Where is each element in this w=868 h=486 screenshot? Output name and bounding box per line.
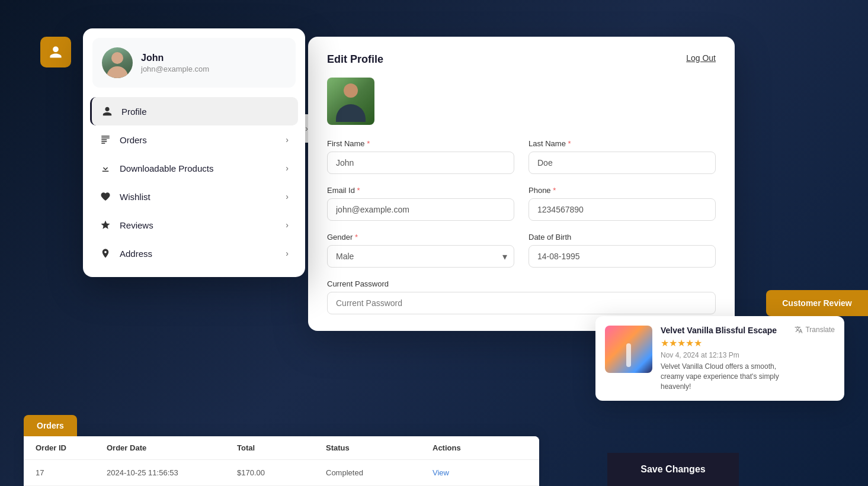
col-actions: Actions <box>433 443 527 452</box>
current-password-input[interactable] <box>327 292 716 314</box>
menu-item-left: Profile <box>101 105 147 117</box>
wishlist-label: Wishlist <box>120 192 150 202</box>
phone-label: Phone * <box>529 186 716 195</box>
avatar <box>102 47 133 78</box>
last-name-group: Last Name * <box>529 139 716 174</box>
location-icon <box>100 247 111 259</box>
user-name: John <box>141 53 209 63</box>
downloadable-products-label: Downloadable Products <box>120 163 213 173</box>
email-group: Email Id * <box>327 186 514 221</box>
translate-icon <box>795 326 803 334</box>
address-label: Address <box>120 249 152 259</box>
email-input[interactable] <box>327 198 514 221</box>
dropdown-menu: John john@example.com Profile Orders › <box>83 28 305 277</box>
review-content: Velvet Vanilla Blissful Escape ★★★★★ Nov… <box>661 326 786 391</box>
user-icon <box>49 45 63 59</box>
translate-label: Translate <box>805 326 835 334</box>
sidebar-item-profile[interactable]: Profile <box>90 97 298 125</box>
save-changes-button[interactable]: Save Changes <box>607 453 739 486</box>
download-icon <box>100 162 111 174</box>
edit-profile-title: Edit Profile <box>327 53 383 66</box>
sidebar-item-wishlist[interactable]: Wishlist › <box>90 182 298 211</box>
orders-label: Orders <box>120 135 147 145</box>
profile-label: Profile <box>121 107 147 117</box>
sidebar-item-reviews[interactable]: Reviews › <box>90 211 298 239</box>
orders-table: Order ID Order Date Total Status Actions… <box>24 436 539 486</box>
cell-status: Completed <box>326 468 433 477</box>
chevron-right-icon: › <box>286 249 289 258</box>
cell-total: $170.00 <box>237 468 326 477</box>
menu-items: Profile Orders › Downloadable Products › <box>83 97 305 268</box>
chevron-right-icon: › <box>286 163 289 173</box>
review-text: Velvet Vanilla Cloud offers a smooth, cr… <box>661 362 786 391</box>
name-row: First Name * Last Name * <box>327 139 716 174</box>
user-card: John john@example.com <box>92 38 296 88</box>
gender-select[interactable]: Male Female Other <box>327 245 514 268</box>
heart-icon <box>100 191 111 202</box>
phone-group: Phone * <box>529 186 716 221</box>
email-label: Email Id * <box>327 186 514 195</box>
orders-icon <box>100 134 111 146</box>
gender-select-wrapper: Male Female Other ▾ <box>327 245 514 268</box>
menu-item-left: Reviews <box>100 219 153 231</box>
user-info: John john@example.com <box>141 53 209 73</box>
dob-group: Date of Birth <box>529 233 716 268</box>
col-order-date: Order Date <box>107 443 237 452</box>
star-icon <box>100 219 111 231</box>
profile-card: Edit Profile Log Out First Name * Last N… <box>308 37 735 331</box>
password-section: Current Password <box>327 279 716 314</box>
last-name-input[interactable] <box>529 152 716 174</box>
col-total: Total <box>237 443 326 452</box>
first-name-input[interactable] <box>327 152 514 174</box>
gender-group: Gender * Male Female Other ▾ <box>327 233 514 268</box>
current-password-label: Current Password <box>327 279 716 288</box>
col-order-id: Order ID <box>36 443 107 452</box>
profile-photo[interactable] <box>327 78 374 125</box>
dob-label: Date of Birth <box>529 233 716 242</box>
chevron-right-icon: › <box>286 135 289 144</box>
profile-card-header: Edit Profile Log Out <box>327 53 716 66</box>
sidebar-item-address[interactable]: Address › <box>90 239 298 268</box>
review-card: Velvet Vanilla Blissful Escape ★★★★★ Nov… <box>595 316 844 401</box>
gender-label: Gender * <box>327 233 514 242</box>
cell-order-id: 17 <box>36 468 107 477</box>
logout-link[interactable]: Log Out <box>686 53 716 63</box>
first-name-group: First Name * <box>327 139 514 174</box>
dob-input[interactable] <box>529 245 716 268</box>
customer-review-button[interactable]: Customer Review <box>766 290 868 316</box>
chevron-right-icon: › <box>286 192 289 201</box>
review-product-name: Velvet Vanilla Blissful Escape <box>661 326 786 335</box>
table-row: 17 2024-10-25 11:56:53 $170.00 Completed… <box>24 460 539 486</box>
gender-dob-row: Gender * Male Female Other ▾ Date of Bir… <box>327 233 716 268</box>
last-name-label: Last Name * <box>529 139 716 148</box>
view-order-link[interactable]: View <box>433 468 527 477</box>
cell-order-date: 2024-10-25 11:56:53 <box>107 468 237 477</box>
chevron-right-icon: › <box>286 220 289 230</box>
person-icon <box>101 105 113 117</box>
translate-button[interactable]: Translate <box>795 326 835 334</box>
review-date: Nov 4, 2024 at 12:13 Pm <box>661 351 786 359</box>
review-stars: ★★★★★ <box>661 337 786 349</box>
menu-item-left: Downloadable Products <box>100 162 213 174</box>
table-header: Order ID Order Date Total Status Actions <box>24 436 539 460</box>
first-name-label: First Name * <box>327 139 514 148</box>
user-menu-button[interactable] <box>40 37 71 67</box>
phone-input[interactable] <box>529 198 716 221</box>
sidebar-item-orders[interactable]: Orders › <box>90 125 298 154</box>
orders-section: Orders Order ID Order Date Total Status … <box>24 415 539 486</box>
menu-item-left: Address <box>100 247 152 259</box>
orders-button[interactable]: Orders <box>24 415 77 436</box>
menu-item-left: Wishlist <box>100 191 150 202</box>
reviews-label: Reviews <box>120 220 153 230</box>
user-email: john@example.com <box>141 65 209 73</box>
review-product-image <box>605 326 652 373</box>
sidebar-item-downloadable-products[interactable]: Downloadable Products › <box>90 154 298 182</box>
col-status: Status <box>326 443 433 452</box>
menu-item-left: Orders <box>100 134 147 146</box>
contact-row: Email Id * Phone * <box>327 186 716 221</box>
